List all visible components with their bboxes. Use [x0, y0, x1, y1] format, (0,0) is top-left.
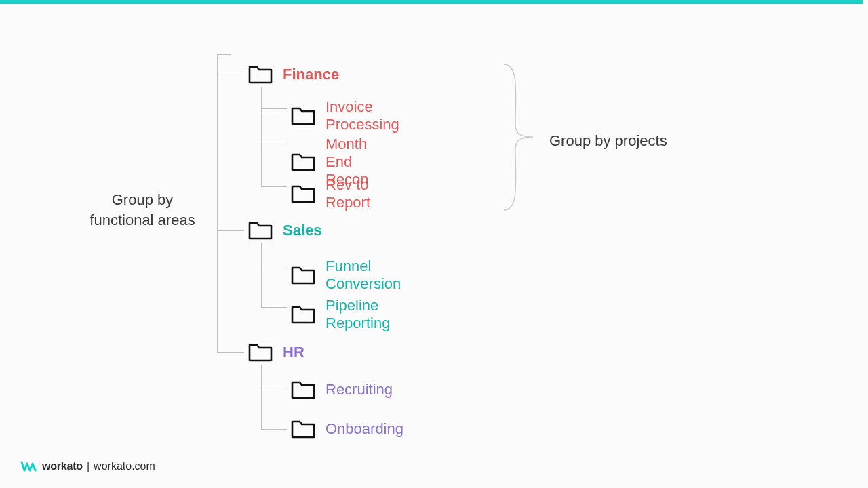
folder-label: Funnel Conversion [326, 258, 401, 293]
brace-icon [500, 61, 538, 214]
folder-hr: HR [248, 342, 304, 363]
annotation-projects: Group by projects [549, 132, 667, 150]
folder-label: HR [283, 344, 304, 361]
footer-separator: | [87, 460, 90, 472]
folder-label: Rev to Report [326, 176, 370, 211]
folder-sales: Sales [248, 220, 322, 241]
folder-sales-item: Pipeline Reporting [290, 297, 390, 332]
folder-finance-item: Invoice Processing [290, 98, 399, 134]
folder-icon [290, 184, 316, 204]
folder-label: Invoice Processing [326, 98, 399, 134]
folder-icon [248, 342, 273, 363]
folder-sales-item: Funnel Conversion [290, 258, 401, 293]
annotation-left-line1: Group by [112, 191, 174, 208]
folder-label: Sales [283, 222, 322, 239]
folder-finance: Finance [248, 64, 339, 85]
annotation-left-line2: functional areas [90, 211, 195, 228]
footer-url: workato.com [94, 460, 155, 472]
folder-icon [248, 220, 273, 241]
folder-finance-item: Rev to Report [290, 176, 370, 211]
folder-icon [290, 106, 316, 126]
folder-icon [290, 380, 316, 400]
diagram-canvas: Group by functional areas Group by proje… [0, 0, 868, 488]
folder-label: Recruiting [326, 381, 393, 399]
workato-logo-icon [20, 460, 38, 473]
annotation-functional-areas: Group by functional areas [71, 190, 214, 230]
footer-brand-name: workato [42, 460, 83, 472]
folder-label: Pipeline Reporting [326, 297, 390, 332]
footer-brand: workato | workato.com [20, 460, 155, 473]
folder-icon [290, 265, 316, 285]
folder-hr-item: Recruiting [290, 380, 393, 400]
folder-icon [290, 152, 316, 172]
annotation-right-text: Group by projects [549, 132, 667, 149]
folder-label: Onboarding [326, 420, 403, 438]
folder-label: Finance [283, 66, 339, 83]
folder-hr-item: Onboarding [290, 419, 403, 439]
folder-icon [290, 419, 316, 439]
folder-icon [290, 304, 316, 325]
folder-icon [248, 64, 273, 85]
